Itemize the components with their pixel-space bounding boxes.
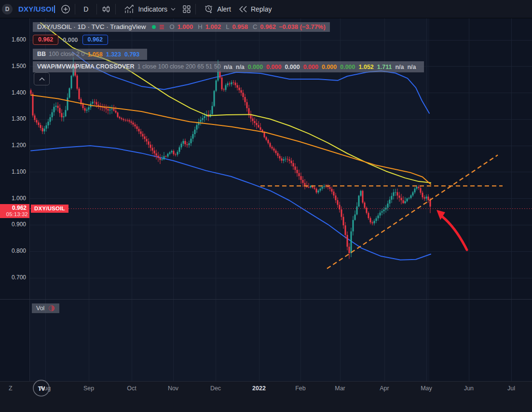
indicator-value: 1.058: [87, 51, 102, 58]
ohlc-close-value: 0.962: [260, 23, 276, 30]
toolbar-separator: [75, 4, 75, 14]
series-price-label[interactable]: DXY/USOIL: [31, 205, 68, 213]
price-tick-label: 1.500: [0, 63, 26, 69]
svg-text:TV: TV: [38, 385, 45, 392]
text-cursor: [54, 5, 55, 13]
time-tick-label: Jun: [458, 385, 479, 392]
vwap-indicator-name: VWAP/MVWAP/EMA CROSSOVER: [37, 63, 135, 70]
legend-title: DXY/USOIL · 1D · TVC · TradingView: [37, 23, 146, 30]
bb-indicator-values: 1.0581.3230.793: [87, 50, 143, 58]
price-tick-label: 1.400: [0, 89, 26, 96]
tradingview-window: D DXY/USOI D Indicators: [0, 0, 532, 412]
price-tick-label: 0.800: [0, 247, 26, 254]
indicator-value: 0.000: [285, 64, 300, 70]
price-badges-row: 0.962 0.000 0.962: [33, 35, 108, 45]
price-badge-red[interactable]: 0.962: [33, 35, 58, 45]
data-loading-error-icon: [48, 305, 55, 312]
toolbar-separator: [96, 4, 97, 14]
vwap-indicator-values: n/an/a0.0000.0000.0000.0000.0000.0001.05…: [224, 62, 420, 71]
time-tick-label: Jul: [501, 385, 522, 392]
price-tick-label: 0.700: [0, 274, 26, 281]
indicator-value: 0.000: [322, 64, 337, 70]
indicator-value: 0.000: [266, 64, 281, 70]
indicator-value: 0.000: [248, 64, 263, 70]
ohlc-open-value: 1.000: [177, 23, 193, 30]
bb-indicator-name: BB: [37, 51, 46, 57]
replay-label: Replay: [251, 5, 272, 13]
price-tick-label: 1.600: [0, 36, 26, 43]
time-tick-label: Dec: [205, 385, 226, 392]
indicator-value: 1.323: [106, 51, 121, 58]
time-tick-label: Nov: [163, 385, 184, 392]
market-status-icon: [152, 25, 156, 29]
current-price: 0.962: [0, 205, 29, 211]
time-tick-label: Sep: [78, 385, 99, 392]
indicator-value: n/a: [224, 64, 232, 70]
replay-button[interactable]: Replay: [235, 3, 276, 15]
ohlc-high-label: H: [198, 23, 202, 30]
time-axis[interactable]: Z AugSepOctNovDec2022FebMarAprMayJunJul: [0, 381, 532, 412]
account-avatar[interactable]: D: [2, 4, 13, 14]
ohlc-low-label: L: [226, 23, 229, 30]
price-tick-label: 1.300: [0, 115, 26, 122]
time-tick-label: Feb: [290, 385, 311, 392]
top-toolbar: D DXY/USOI D Indicators: [0, 0, 532, 18]
alarm-clock-icon: [204, 4, 214, 14]
time-tick-label: 2022: [248, 385, 270, 392]
collapse-legend-button[interactable]: [34, 72, 50, 85]
legend-vwap-row[interactable]: VWAP/MVWAP/EMA CROSSOVER 1 close 100 clo…: [33, 61, 424, 72]
ohlc-open-label: O: [170, 23, 175, 30]
chart-style-candles-icon[interactable]: [101, 4, 111, 14]
time-tick-label: May: [416, 385, 437, 392]
volume-label: Vol: [36, 305, 44, 312]
ohlc-low-value: 0.958: [232, 23, 248, 30]
indicator-value: 0.000: [303, 64, 318, 70]
indicators-button[interactable]: Indicators: [120, 2, 179, 16]
current-price-tag: 0.962 05:13:32: [0, 204, 29, 218]
indicator-value: 1.052: [359, 64, 374, 70]
indicator-value: 0.000: [340, 64, 355, 70]
chevron-down-icon: [171, 7, 176, 11]
timezone-label[interactable]: Z: [9, 385, 13, 392]
price-badge-middle: 0.000: [63, 37, 78, 43]
time-tick-label: Apr: [374, 385, 395, 392]
toolbar-separator: [195, 4, 196, 14]
ohlc-high-value: 1.002: [205, 23, 221, 30]
ohlc-change-value: −0.038 (−3.77%): [279, 23, 326, 30]
indicator-value: 0.793: [124, 51, 139, 58]
bar-countdown: 05:13:32: [0, 211, 29, 217]
time-tick-label: Mar: [329, 385, 351, 392]
legend-main-row[interactable]: DXY/USOIL · 1D · TVC · TradingView O1.00…: [33, 22, 330, 32]
vwap-indicator-params: 1 close 100 close 200 65 51 50: [137, 63, 221, 70]
legend-bb-row[interactable]: BB 100 close 2 0 1.0581.3230.793: [33, 49, 147, 60]
price-tick-label: 1.100: [0, 168, 26, 175]
interval-button[interactable]: D: [80, 3, 92, 15]
indicator-value: n/a: [395, 64, 404, 70]
toolbar-separator: [115, 4, 116, 14]
price-badge-blue[interactable]: 0.962: [82, 35, 108, 45]
data-flag-icon[interactable]: [159, 24, 165, 30]
alert-button[interactable]: Alert: [200, 2, 235, 16]
compare-add-icon[interactable]: [61, 4, 70, 14]
ohlc-close-label: C: [253, 23, 257, 30]
layout-grid-icon[interactable]: [182, 5, 191, 14]
price-tick-label: 0.900: [0, 221, 26, 228]
price-tick-label: 1.200: [0, 142, 26, 149]
symbol-input[interactable]: DXY/USOI: [18, 5, 54, 13]
tradingview-logo[interactable]: TV: [32, 379, 50, 397]
volume-pane-legend[interactable]: Vol: [32, 303, 59, 313]
bb-indicator-params: 100 close 2 0: [49, 51, 84, 57]
indicator-value: n/a: [236, 64, 245, 70]
indicators-icon: [124, 4, 135, 14]
chevron-up-icon: [39, 77, 45, 81]
price-tick-label: 1.000: [0, 195, 26, 202]
time-tick-label: Oct: [121, 385, 142, 392]
alert-label: Alert: [217, 5, 231, 13]
indicator-value: 1.711: [377, 64, 392, 70]
indicators-label: Indicators: [138, 5, 167, 13]
annotation-arrow: [437, 210, 467, 250]
replay-icon: [239, 5, 247, 13]
indicator-value: n/a: [407, 64, 416, 70]
